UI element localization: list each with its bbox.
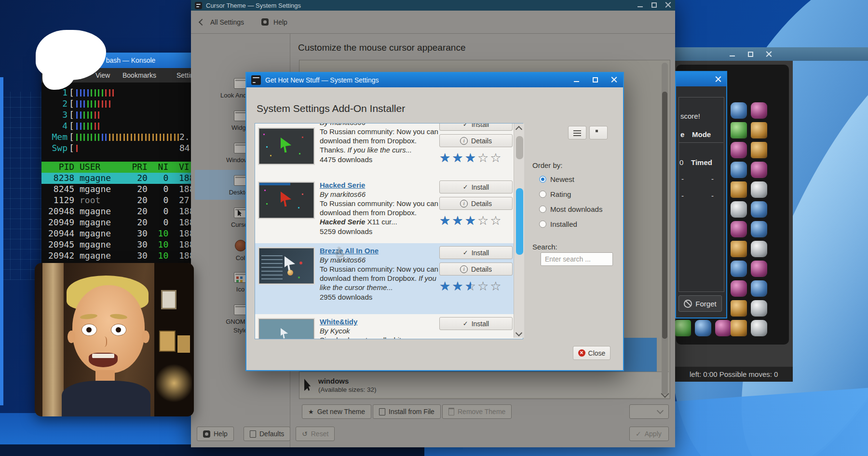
theme-sizes: (Available sizes: 32)	[318, 386, 377, 393]
ghns-titlebar[interactable]: Get Hot New Stuff — System Settings	[246, 73, 623, 87]
gem-blue[interactable]	[751, 280, 767, 297]
addon-entry[interactable]: White&tidyBy KycokSimple elegant small w…	[255, 314, 523, 339]
gem-silver[interactable]	[751, 181, 767, 198]
gem-purple[interactable]	[731, 280, 747, 297]
addon-description: Simple elegant small white	[320, 335, 439, 339]
defaults-button[interactable]: Defaults	[244, 427, 290, 441]
gem-orange[interactable]	[731, 320, 747, 336]
gem-green[interactable]	[675, 320, 691, 336]
details-button[interactable]: iDetails	[439, 134, 513, 147]
star-icon: ☆★	[439, 279, 452, 294]
gem-purple[interactable]	[751, 162, 767, 178]
gem-silver[interactable]	[731, 201, 747, 218]
list-scrollbar[interactable]	[515, 123, 525, 338]
theme-size-dropdown[interactable]	[629, 404, 669, 419]
minimize-icon[interactable]	[729, 51, 735, 57]
scrollbar-thumb[interactable]	[516, 188, 523, 255]
get-new-theme-button[interactable]: ★ Get new Theme	[302, 404, 371, 419]
view-grid-button[interactable]	[589, 126, 608, 139]
addon-description: To Russian community: Now you can downlo…	[320, 264, 439, 292]
remove-theme-button[interactable]: Remove Theme	[442, 404, 512, 419]
check-icon: ✓	[463, 123, 468, 128]
ghns-list[interactable]: By markitos66To Russian community: Now y…	[255, 123, 523, 339]
details-button[interactable]: iDetails	[439, 263, 513, 276]
install-button[interactable]: ✓Install	[439, 317, 513, 330]
gem-orange[interactable]	[751, 122, 767, 138]
theme-row-windows[interactable]: windows (Available sizes: 32)	[299, 372, 669, 398]
maximize-icon[interactable]	[651, 2, 657, 8]
addon-author: By markitos66	[320, 123, 439, 127]
gem-blue[interactable]	[731, 162, 747, 178]
gem-purple[interactable]	[731, 221, 747, 237]
gem-orange[interactable]	[731, 300, 747, 317]
gem-silver[interactable]	[751, 241, 767, 257]
game-titlebar[interactable]	[675, 47, 868, 61]
install-button[interactable]: ✓Install	[439, 246, 513, 259]
addon-downloads: 4475 downloads	[320, 155, 439, 164]
maximize-icon[interactable]	[592, 77, 598, 83]
gem-silver[interactable]	[751, 300, 767, 317]
gem-blue[interactable]	[731, 261, 747, 277]
dialog-heading: System Settings Add-On Installer	[257, 103, 405, 114]
orderby-option-installed[interactable]: Installed	[539, 220, 577, 228]
webcam-overlay	[35, 263, 194, 416]
apply-button[interactable]: ✓ Apply	[629, 427, 669, 441]
gem-blue[interactable]	[695, 320, 711, 336]
highscore-col-mode: Mode	[692, 130, 711, 138]
scrollbar-thumb[interactable]	[662, 92, 667, 339]
minimize-icon[interactable]	[637, 2, 643, 8]
details-button[interactable]: iDetails	[439, 197, 513, 210]
help-button[interactable]: Help	[197, 427, 234, 441]
gem-purple[interactable]	[751, 102, 767, 119]
close-icon[interactable]	[766, 51, 772, 57]
rating-stars: ☆★☆★☆★☆★☆★	[439, 279, 513, 293]
search-input[interactable]	[541, 252, 613, 266]
check-icon: ✓	[463, 320, 468, 327]
menu-bookmarks[interactable]: Bookmarks	[122, 71, 156, 79]
addon-name-link[interactable]: White&tidy	[320, 317, 439, 326]
highscore-titlebar[interactable]	[676, 72, 726, 86]
highscore-empty-cell: -	[681, 175, 684, 183]
gem-orange[interactable]	[731, 241, 747, 257]
close-red-icon: ×	[578, 349, 585, 357]
person-ear	[68, 331, 75, 343]
gem-orange[interactable]	[751, 142, 767, 158]
lamp-glow	[156, 362, 192, 404]
gem-blue[interactable]	[731, 102, 747, 119]
close-icon[interactable]	[665, 2, 671, 8]
addon-downloads: 5259 downloads	[320, 227, 439, 236]
gem-blue[interactable]	[751, 201, 767, 218]
orderby-option-newest[interactable]: Newest	[539, 175, 574, 183]
orderby-option-most-downloads[interactable]: Most downloads	[539, 205, 602, 213]
addon-entry[interactable]: By markitos66To Russian community: Now y…	[255, 123, 523, 178]
install-button[interactable]: ✓Install	[439, 180, 513, 193]
orderby-option-rating[interactable]: Rating	[539, 190, 571, 198]
toolbar-help-button[interactable]: Help	[273, 18, 287, 26]
addon-entry[interactable]: Hacked SerieBy markitos66To Russian comm…	[255, 178, 523, 243]
highscore-empty-cell: -	[711, 192, 714, 200]
install-button[interactable]: ✓Install	[439, 123, 513, 131]
settings-titlebar[interactable]: Cursor Theme — System Settings	[191, 0, 675, 11]
close-icon[interactable]	[715, 76, 721, 83]
all-settings-button[interactable]: All Settings	[210, 18, 244, 26]
close-icon[interactable]	[611, 77, 617, 83]
gem-purple[interactable]	[751, 261, 767, 277]
forget-button[interactable]: Forget	[678, 295, 722, 312]
gem-blue[interactable]	[751, 221, 767, 237]
reset-button[interactable]: ↺ Reset	[296, 427, 335, 441]
gem-orange[interactable]	[731, 181, 747, 198]
install-from-file-button[interactable]: Install from File	[373, 404, 441, 419]
gem-silver[interactable]	[751, 320, 767, 336]
gem-purple[interactable]	[731, 142, 747, 158]
gem-purple[interactable]	[715, 320, 732, 336]
minimize-icon[interactable]	[573, 77, 580, 83]
highscore-mode-value: Timed	[691, 158, 712, 166]
game-status-text: left: 0:00 Possible moves: 0	[690, 370, 778, 378]
addon-entry[interactable]: Brezze All In OneBy markitos66To Russian…	[255, 243, 523, 314]
maximize-icon[interactable]	[747, 51, 754, 57]
view-list-button[interactable]	[568, 126, 586, 139]
menu-view[interactable]: View	[95, 71, 110, 79]
gem-green[interactable]	[731, 122, 747, 138]
addon-name-link[interactable]: Hacked Serie	[320, 180, 439, 190]
close-button[interactable]: × Close	[573, 346, 610, 360]
